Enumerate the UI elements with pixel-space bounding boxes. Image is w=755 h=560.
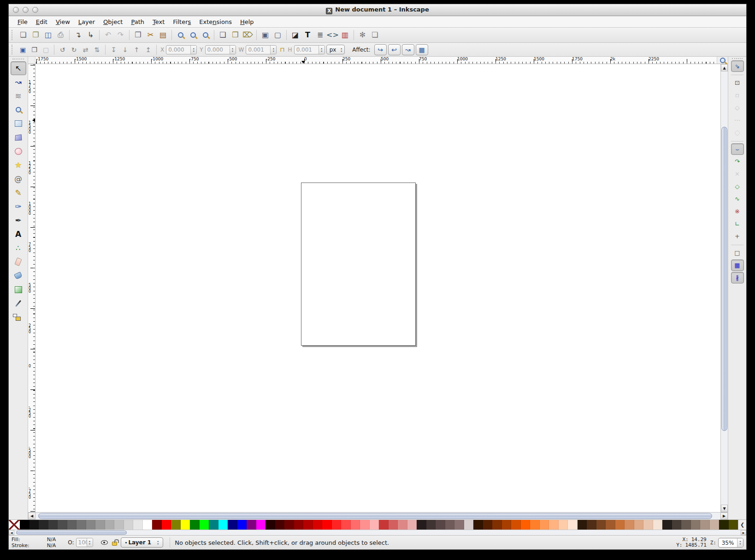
rotate-90-cw-button[interactable]: ↻: [68, 44, 80, 55]
palette-swatch-#2b1a0a[interactable]: [578, 520, 587, 530]
opacity-spinner[interactable]: 100 ▴▾: [76, 538, 93, 547]
open-document-button[interactable]: ❐: [29, 29, 42, 41]
ellipse-tool[interactable]: [11, 144, 26, 158]
palette-more-colors-button[interactable]: ❮: [738, 520, 746, 530]
palette-swatch-#b40000[interactable]: [303, 520, 313, 530]
layer-lock-icon[interactable]: [112, 542, 117, 546]
spray-tool[interactable]: ∴: [11, 241, 26, 255]
palette-swatch-#f4e3d7[interactable]: [653, 520, 663, 530]
node-tool[interactable]: ↝: [11, 75, 26, 89]
palette-swatch-#ffb380[interactable]: [549, 520, 559, 530]
spinner-arrows-icon[interactable]: ▴▾: [270, 46, 276, 54]
palette-scroll-thumb[interactable]: [16, 531, 127, 535]
palette-swatch-#008080[interactable]: [209, 520, 218, 530]
document-properties-button[interactable]: ❏: [369, 29, 381, 41]
new-document-button[interactable]: ❏: [17, 29, 29, 41]
palette-swatch-#ffff00[interactable]: [181, 520, 190, 530]
scroll-up-icon[interactable]: ▲: [721, 64, 728, 71]
enable-snapping-toggle-button[interactable]: ⇘: [731, 60, 744, 72]
palette-swatch-#ff9955[interactable]: [540, 520, 549, 530]
x-spinner[interactable]: 0.000 ▴▾: [166, 45, 197, 54]
palette-swatch-#584646[interactable]: [436, 520, 445, 530]
palette-swatch-#9a9a9a[interactable]: [95, 520, 105, 530]
ungroup-button[interactable]: ▢: [271, 29, 284, 41]
spinner-arrows-icon[interactable]: ▴▾: [87, 538, 93, 547]
palette-swatch-#d8d0d0[interactable]: [464, 520, 474, 530]
select-all-in-all-layers-button[interactable]: ❒: [29, 44, 40, 55]
h-spinner[interactable]: 0.001 ▴▾: [294, 45, 325, 54]
canvas[interactable]: [35, 64, 720, 512]
palette-swatch-#502d16[interactable]: [587, 520, 596, 530]
horizontal-scroll-thumb[interactable]: [38, 513, 712, 519]
raise-one-step-button[interactable]: ↑: [131, 44, 142, 55]
palette-swatch-#241c1c[interactable]: [417, 520, 426, 530]
scroll-right-icon[interactable]: ▶: [720, 513, 728, 519]
rotate-90-ccw-button[interactable]: ↺: [57, 44, 68, 55]
palette-swatch-#808000[interactable]: [171, 520, 181, 530]
select-all-button[interactable]: ▣: [17, 44, 29, 55]
calligraphy-tool[interactable]: ✒: [11, 213, 26, 227]
horizontal-ruler[interactable]: -1750-1500-1250-1000-750-500-25002505007…: [35, 57, 717, 64]
palette-swatch-#ff5f00[interactable]: [521, 520, 531, 530]
dropper-tool[interactable]: [11, 296, 26, 310]
unlink-clone-button[interactable]: ⌦: [242, 29, 254, 41]
pen-tool[interactable]: ✑: [11, 200, 26, 213]
save-document-button[interactable]: ◫: [42, 29, 54, 41]
palette-swatch-#e9afaf[interactable]: [407, 520, 417, 530]
snap-grid-toggle-button[interactable]: ▦: [731, 259, 744, 271]
y-spinner[interactable]: 0.000 ▴▾: [205, 45, 236, 54]
palette-swatch-#ffe6d5[interactable]: [568, 520, 578, 530]
palette-swatch-#241f1c[interactable]: [662, 520, 672, 530]
lower-to-bottom-button[interactable]: ↧: [108, 44, 119, 55]
print-document-button[interactable]: ⎙: [54, 29, 67, 41]
scale-rounded-corners-toggle-button[interactable]: ↩: [388, 44, 401, 55]
spiral-tool[interactable]: @: [11, 172, 26, 186]
flip-horizontal-button[interactable]: ⇄: [80, 44, 91, 55]
palette-swatch-#ffb4b4[interactable]: [370, 520, 379, 530]
snap-cusp-nodes-toggle-button[interactable]: ◇: [731, 181, 744, 192]
palette-swatch-#453c36[interactable]: [672, 520, 682, 530]
menu-filters[interactable]: Filters: [169, 18, 195, 25]
current-layer-dropdown[interactable]: • Layer 1 ▴▾: [121, 537, 164, 548]
palette-swatch-#d80000[interactable]: [313, 520, 323, 530]
palette-swatch-#d35f5f[interactable]: [389, 520, 398, 530]
palette-swatch-#800080[interactable]: [247, 520, 256, 530]
palette-scroll-right-icon[interactable]: ▶: [741, 530, 746, 535]
menu-path[interactable]: Path: [127, 18, 148, 25]
horizontal-scroll-track[interactable]: [35, 513, 720, 519]
paint-bucket-tool[interactable]: [11, 269, 26, 283]
palette-swatch-#868686[interactable]: [86, 520, 96, 530]
document-page[interactable]: [301, 183, 416, 346]
menu-view[interactable]: View: [52, 18, 74, 25]
text-tool[interactable]: A: [11, 227, 26, 241]
scale-stroke-width-toggle-button[interactable]: ↪: [374, 44, 387, 55]
vertical-scrollbar[interactable]: ▲ ▼: [720, 64, 728, 512]
palette-swatch-#a89384[interactable]: [700, 520, 710, 530]
palette-swatch-#008000[interactable]: [190, 520, 200, 530]
palette-swatch-#262600[interactable]: [719, 520, 729, 530]
palette-swatch-#737373[interactable]: [77, 520, 86, 530]
palette-swatch-#665950[interactable]: [681, 520, 691, 530]
move-patterns-toggle-button[interactable]: ▦: [416, 44, 428, 55]
palette-swatch-#e9c6af[interactable]: [643, 520, 653, 530]
palette-swatch-#c83737[interactable]: [379, 520, 389, 530]
zoom-1-1-button[interactable]: [717, 57, 728, 64]
copy-button[interactable]: ❒: [132, 29, 144, 41]
palette-swatch-#a83e00[interactable]: [502, 520, 512, 530]
spinner-arrows-icon[interactable]: ▴▾: [190, 46, 196, 54]
menu-edit[interactable]: Edit: [32, 18, 52, 25]
palette-swatch-#fc0000[interactable]: [322, 520, 332, 530]
palette-swatch-#c87137[interactable]: [615, 520, 625, 530]
units-dropdown[interactable]: px ▴▾: [326, 45, 345, 54]
palette-swatch-#ffffff[interactable]: [143, 520, 153, 530]
palette-swatch-#000080[interactable]: [228, 520, 237, 530]
palette-swatch-#ff9090[interactable]: [360, 520, 370, 530]
pencil-tool[interactable]: ✎: [11, 186, 26, 200]
palette-swatch-#d4d4d4[interactable]: [124, 520, 134, 530]
palette-swatch-#301400[interactable]: [473, 520, 483, 530]
palette-swatch-#d38d5f[interactable]: [625, 520, 634, 530]
palette-swatch-#800000[interactable]: [152, 520, 162, 530]
inkscape-preferences-button[interactable]: ✻: [356, 29, 369, 41]
spinner-arrows-icon[interactable]: ▴▾: [230, 46, 236, 54]
xml-editor-button[interactable]: <>: [326, 29, 339, 41]
